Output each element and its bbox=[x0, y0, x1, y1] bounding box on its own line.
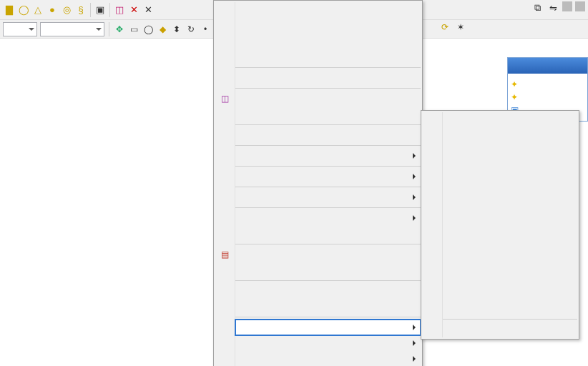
submenu-layered-impedance[interactable] bbox=[443, 191, 577, 207]
mirror-icon[interactable]: ⧉ bbox=[531, 1, 544, 14]
menu-separator bbox=[235, 317, 421, 317]
submenu-perfect-e[interactable] bbox=[443, 238, 577, 254]
menu-create-3d-component[interactable] bbox=[235, 226, 421, 242]
toolbar-separator bbox=[109, 22, 109, 36]
point-icon[interactable]: • bbox=[200, 24, 211, 35]
select-icon[interactable]: ▣ bbox=[94, 4, 107, 16]
assign-boundary-submenu bbox=[421, 110, 579, 340]
mode-dropdown[interactable] bbox=[40, 22, 104, 36]
submenu-pml-setup[interactable] bbox=[443, 322, 577, 337]
rect-icon[interactable]: ▭ bbox=[128, 24, 139, 35]
menu-assign-hybrid[interactable] bbox=[235, 351, 421, 366]
revolve-icon[interactable]: ↻ bbox=[185, 24, 197, 35]
menu-separator bbox=[235, 124, 421, 125]
menu-view[interactable] bbox=[235, 169, 421, 184]
close-x-icon[interactable]: ✕ bbox=[142, 4, 155, 16]
submenu-perfect-h[interactable] bbox=[443, 254, 577, 269]
units-dropdown[interactable] bbox=[3, 22, 37, 36]
context-menu: ◫ ▤ bbox=[213, 0, 423, 366]
menu-assign-boundary[interactable] bbox=[235, 320, 421, 335]
tree-favorites[interactable]: ✦ bbox=[511, 78, 586, 91]
helix-icon[interactable]: § bbox=[74, 4, 87, 16]
menu-separator bbox=[235, 166, 421, 167]
menu-separator bbox=[235, 207, 421, 208]
extrude-icon[interactable]: ⬍ bbox=[171, 24, 182, 35]
diamond-icon[interactable]: ◆ bbox=[157, 24, 168, 35]
red-x-icon[interactable]: ✕ bbox=[127, 4, 140, 16]
cylinder-icon[interactable]: ◯ bbox=[17, 4, 30, 16]
submenu-master[interactable] bbox=[443, 222, 577, 238]
menu-separator bbox=[443, 319, 577, 320]
submenu-lumped-rlc[interactable] bbox=[443, 207, 577, 222]
circle-icon[interactable]: ◯ bbox=[142, 24, 154, 35]
star-icon: ✦ bbox=[511, 79, 521, 89]
toolbar-right-group: ⧉ ⇋ bbox=[531, 1, 585, 14]
submenu-aperture[interactable] bbox=[443, 128, 577, 144]
toolbar-right-lower: ⟳ ✶ bbox=[439, 21, 466, 33]
toolbar-separator bbox=[109, 3, 110, 17]
menu-gutter bbox=[214, 1, 233, 366]
box-wire-icon[interactable]: ◫ bbox=[113, 4, 126, 16]
menu-select-vertices[interactable] bbox=[235, 34, 421, 49]
star-icon: ✦ bbox=[511, 92, 521, 102]
menu-separator bbox=[235, 88, 421, 89]
menu-group[interactable] bbox=[235, 210, 421, 226]
submenu-anisotropic-impedance[interactable] bbox=[443, 112, 577, 128]
submenu-impedance[interactable] bbox=[443, 175, 577, 191]
menu-edit[interactable] bbox=[235, 189, 421, 205]
flip-h-icon[interactable]: ⇋ bbox=[547, 1, 559, 14]
menu-separator bbox=[235, 187, 421, 187]
menu-create-array bbox=[235, 262, 421, 278]
swatch-icon[interactable] bbox=[562, 1, 572, 11]
submenu-radiation[interactable] bbox=[443, 269, 577, 285]
cone-icon[interactable]: △ bbox=[31, 4, 44, 16]
menu-create-open-region[interactable] bbox=[235, 283, 421, 299]
refresh-icon[interactable]: ⟳ bbox=[439, 21, 451, 33]
submenu-symmetry[interactable] bbox=[443, 301, 577, 317]
menu-all-object-faces[interactable]: ◫ bbox=[235, 91, 421, 107]
menu-update-open-region[interactable] bbox=[235, 299, 421, 315]
menu-separator bbox=[235, 67, 421, 68]
wrench-icon[interactable]: ✶ bbox=[455, 21, 466, 33]
swatch2-icon[interactable] bbox=[575, 1, 585, 11]
menu-gutter bbox=[421, 111, 441, 339]
menu-assign-material[interactable]: ▤ bbox=[235, 247, 421, 262]
menu-measure[interactable] bbox=[235, 148, 421, 164]
submenu-finite-conductivity[interactable] bbox=[443, 144, 577, 159]
menu-select-multi[interactable] bbox=[235, 49, 421, 65]
panel-title bbox=[508, 58, 587, 74]
menu-select-edges[interactable] bbox=[235, 18, 421, 34]
menu-separator bbox=[235, 244, 421, 244]
toolbar-separator bbox=[90, 3, 91, 17]
submenu-half-space[interactable] bbox=[443, 159, 577, 175]
menu-separator bbox=[235, 145, 421, 146]
cube-wire-icon: ◫ bbox=[219, 93, 230, 104]
material-icon: ▤ bbox=[219, 249, 230, 260]
menu-next-behind bbox=[235, 70, 421, 86]
menu-go-to-history[interactable] bbox=[235, 127, 421, 143]
submenu-slave[interactable] bbox=[443, 285, 577, 301]
tree-recent[interactable]: ✦ bbox=[511, 91, 586, 104]
move-icon[interactable]: ✥ bbox=[114, 24, 125, 35]
cube-icon[interactable]: ▇ bbox=[3, 4, 16, 16]
menu-assign-excitation[interactable] bbox=[235, 335, 421, 351]
menu-faces-on-plane bbox=[235, 107, 421, 122]
sphere-icon[interactable]: ● bbox=[46, 4, 59, 16]
menu-separator bbox=[235, 280, 421, 281]
menu-select-faces[interactable] bbox=[235, 2, 421, 18]
torus-icon[interactable]: ◎ bbox=[60, 4, 73, 16]
